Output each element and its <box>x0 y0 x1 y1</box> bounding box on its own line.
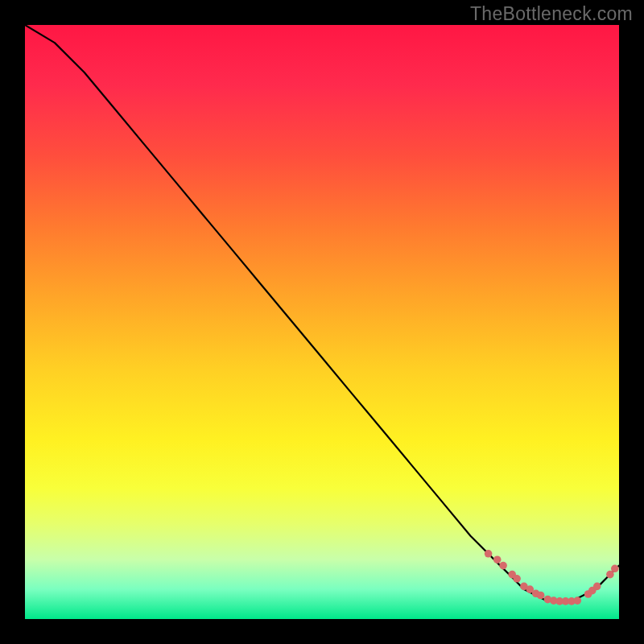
data-point <box>537 592 545 600</box>
chart-frame: TheBottleneck.com <box>0 0 644 644</box>
highlighted-points-group <box>485 550 619 605</box>
watermark-text: TheBottleneck.com <box>470 3 633 25</box>
data-point <box>485 550 493 558</box>
data-point <box>513 575 521 583</box>
data-point <box>611 565 619 573</box>
data-point <box>593 583 601 591</box>
data-point <box>493 555 502 564</box>
chart-overlay-svg <box>25 25 619 619</box>
plot-area <box>25 25 619 619</box>
bottleneck-curve <box>25 25 619 601</box>
data-point <box>574 597 582 605</box>
data-point <box>499 562 507 570</box>
